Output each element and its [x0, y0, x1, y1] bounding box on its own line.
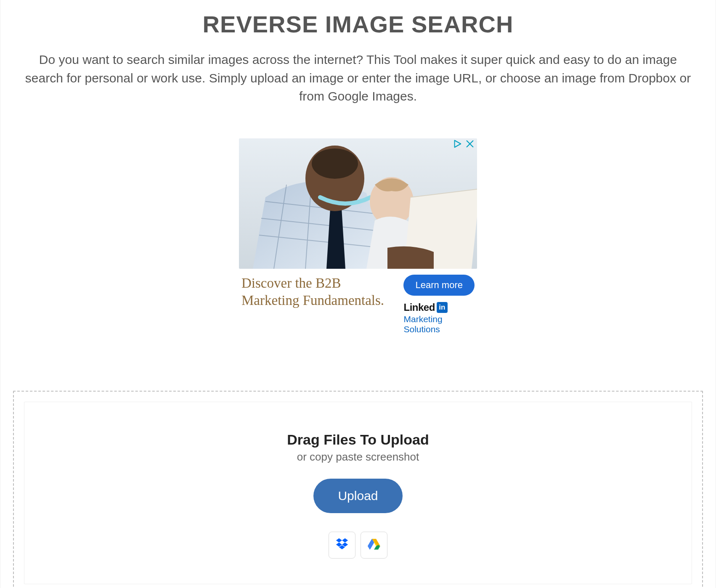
dropbox-button[interactable]	[329, 532, 355, 559]
google-drive-icon	[367, 537, 381, 553]
svg-marker-0	[455, 140, 461, 147]
upload-dropzone[interactable]: Drag Files To Upload or copy paste scree…	[13, 391, 703, 588]
adchoices-icon[interactable]	[453, 139, 462, 150]
upload-heading: Drag Files To Upload	[33, 432, 683, 448]
ad-banner[interactable]: Discover the B2B Marketing Fundamentals.…	[236, 135, 480, 340]
ad-brand-word: Linked	[403, 302, 435, 313]
page-title: REVERSE IMAGE SEARCH	[17, 11, 699, 38]
ad-brand-sub: Marketing Solutions	[403, 314, 475, 334]
dropbox-icon	[335, 537, 349, 553]
page-description: Do you want to search similar images acr…	[21, 50, 695, 106]
upload-button[interactable]: Upload	[313, 479, 402, 513]
close-ad-icon[interactable]	[465, 139, 475, 150]
ad-learn-more-button[interactable]: Learn more	[403, 275, 475, 296]
ad-brand: Linked in Marketing Solutions	[403, 302, 475, 334]
ad-photo	[239, 138, 477, 269]
svg-point-11	[312, 148, 358, 179]
upload-subheading: or copy paste screenshot	[33, 450, 683, 464]
google-drive-button[interactable]	[361, 532, 387, 559]
svg-marker-14	[342, 538, 348, 542]
svg-marker-13	[336, 538, 342, 542]
linkedin-in-badge-icon: in	[437, 302, 448, 313]
ad-headline: Discover the B2B Marketing Fundamentals.	[241, 275, 396, 310]
